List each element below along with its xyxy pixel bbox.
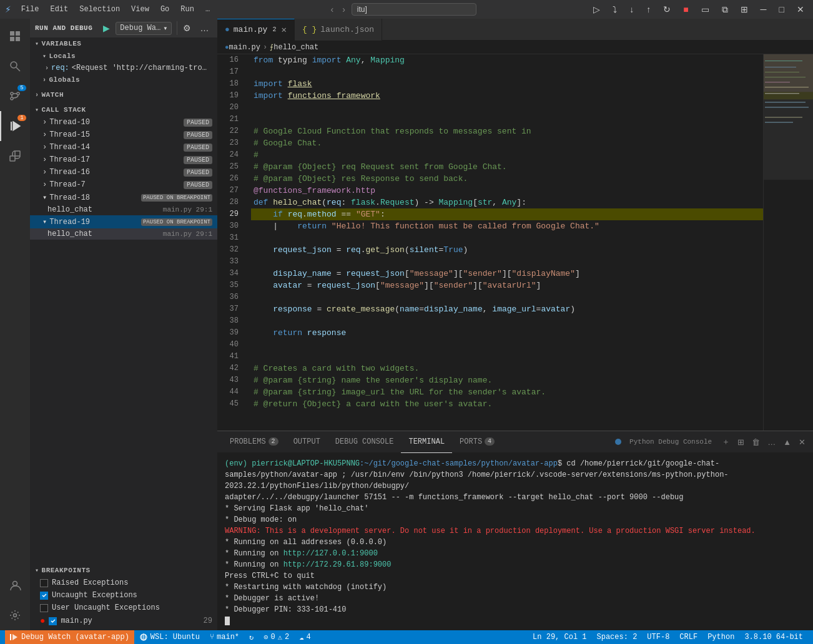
thread-17[interactable]: › Thread-17 PAUSED	[30, 154, 217, 166]
status-cloud[interactable]: ☁ 4	[294, 630, 315, 644]
menu-file[interactable]: File	[16, 4, 44, 15]
debug-stop-btn[interactable]: ■	[679, 3, 692, 16]
breakpoints-title[interactable]: ▾ BREAKPOINTS	[30, 564, 217, 577]
layout-btn3[interactable]: ⊞	[737, 3, 752, 16]
debug-continue-btn[interactable]: ▷	[589, 3, 604, 16]
status-errors[interactable]: ⊙ 0 ⚠ 2	[259, 630, 294, 644]
uncaught-exceptions-checkbox[interactable]	[40, 592, 48, 600]
debug-settings-btn[interactable]: ⚙	[180, 21, 194, 35]
code-line-29: ⮕ if req.method == "GET":	[251, 208, 763, 220]
add-terminal-btn[interactable]: ＋	[719, 435, 732, 449]
status-cursor[interactable]: Ln 29, Col 1	[528, 630, 591, 644]
watch-title[interactable]: › WATCH	[30, 89, 217, 101]
activity-explorer[interactable]	[0, 21, 30, 51]
activity-source-control[interactable]: 5	[0, 81, 30, 111]
tab-terminal[interactable]: TERMINAL	[401, 431, 452, 453]
debug-restart-btn[interactable]: ↻	[659, 3, 674, 16]
thread-16[interactable]: › Thread-16 PAUSED	[30, 166, 217, 178]
debug-status-text: Debug Watch (avatar-app)	[21, 633, 129, 642]
debug-status-item[interactable]: Debug Watch (avatar-app)	[5, 630, 134, 644]
activity-search[interactable]	[0, 51, 30, 81]
code-line-22: # Google Cloud Function that responds to…	[251, 125, 763, 137]
terminal-content[interactable]: (env) pierrick@LAPTOP-HKU5PNNG:~/git/goo…	[217, 453, 813, 630]
debug-step-over-btn[interactable]: ⤵	[609, 3, 621, 16]
maximize-panel-btn[interactable]: ▲	[781, 436, 794, 448]
activity-run-debug[interactable]: 1	[0, 111, 30, 141]
split-terminal-btn[interactable]: ⊞	[735, 436, 747, 448]
breakpoint-uncaught-exceptions[interactable]: Uncaught Exceptions	[30, 589, 217, 602]
menu-run[interactable]: Run	[175, 4, 199, 15]
menu-go[interactable]: Go	[155, 4, 174, 15]
breadcrumb-hello-chat[interactable]: hello_chat	[273, 43, 318, 52]
maximize-button[interactable]: □	[776, 3, 788, 16]
variables-title[interactable]: ▾ VARIABLES	[30, 37, 217, 50]
close-button[interactable]: ✕	[793, 3, 808, 16]
thread-15[interactable]: › Thread-15 PAUSED	[30, 129, 217, 141]
status-python-version[interactable]: 3.8.10 64-bit	[739, 630, 808, 644]
activity-accounts[interactable]	[0, 570, 30, 600]
thread-7[interactable]: › Thread-7 PAUSED	[30, 178, 217, 191]
terminal-line-debugger-active: * Debugger is active!	[225, 593, 806, 604]
close-panel-btn[interactable]: ✕	[796, 436, 808, 448]
tab-ports[interactable]: PORTS 4	[452, 431, 502, 453]
thread-10[interactable]: › Thread-10 PAUSED	[30, 116, 217, 129]
tab-problems[interactable]: PROBLEMS 2	[222, 431, 286, 453]
terminal-line-warning: WARNING: This is a development server. D…	[225, 525, 806, 537]
tab-output[interactable]: OUTPUT	[286, 431, 328, 453]
activity-extensions[interactable]	[0, 141, 30, 171]
menu-edit[interactable]: Edit	[45, 4, 73, 15]
layout-btn[interactable]: ▭	[697, 3, 713, 16]
status-language[interactable]: Python	[702, 630, 739, 644]
code-content[interactable]: from typing import Any, Mapping import f…	[249, 54, 763, 431]
tab-main-py[interactable]: ● main.py 2 ✕	[217, 19, 295, 41]
locals-title[interactable]: ▾ Locals	[30, 50, 217, 62]
tab-main-py-close[interactable]: ✕	[281, 24, 286, 35]
var-req[interactable]: › req: <Request 'http://charming-tro…	[30, 62, 217, 74]
status-branch[interactable]: ⑂ main*	[205, 630, 244, 644]
debug-config-dropdown[interactable]: Debug Wa… ▾	[116, 22, 172, 35]
thread-19-frame-name: hello_chat	[47, 230, 92, 238]
thread-19[interactable]: ▾ Thread-19 PAUSED ON BREAKPOINT	[30, 215, 217, 228]
debug-more-btn[interactable]: …	[197, 21, 212, 35]
breakpoint-main-py[interactable]: ● main.py 29	[30, 614, 217, 628]
tab-launch-json[interactable]: { } launch.json	[295, 19, 382, 41]
panel-more-btn[interactable]: …	[765, 436, 778, 448]
breadcrumb-main-py[interactable]: main.py	[229, 43, 260, 52]
thread-19-frame-hello-chat[interactable]: hello_chat main.py 29:1	[30, 228, 217, 240]
main-py-checkbox[interactable]	[49, 617, 57, 625]
status-spaces[interactable]: Spaces: 2	[592, 630, 643, 644]
terminal-line-pin: * Debugger PIN: 333-101-410	[225, 604, 806, 615]
activity-settings[interactable]	[0, 600, 30, 630]
svg-rect-14	[15, 151, 20, 156]
globals-title[interactable]: › Globals	[30, 74, 217, 86]
status-sync[interactable]: ↻	[244, 630, 259, 644]
code-line-30: | return "Hello! This function must be c…	[251, 220, 763, 232]
svg-point-6	[11, 92, 13, 95]
debug-start-btn[interactable]: ▶	[100, 21, 113, 35]
layout-btn2[interactable]: ⧉	[718, 3, 732, 16]
thread-18-frame-hello-chat[interactable]: hello_chat main.py 29:1	[30, 204, 217, 215]
status-eol[interactable]: CRLF	[674, 630, 702, 644]
thread-18[interactable]: ▾ Thread-18 PAUSED ON BREAKPOINT	[30, 191, 217, 204]
tab-debug-console[interactable]: DEBUG CONSOLE	[328, 431, 402, 453]
search-input[interactable]	[352, 3, 476, 16]
raised-exceptions-checkbox[interactable]	[40, 579, 48, 587]
menu-selection[interactable]: Selection	[74, 4, 125, 15]
call-stack-title[interactable]: ▾ CALL STACK	[30, 104, 217, 116]
menu-view[interactable]: View	[126, 4, 154, 15]
status-wsl[interactable]: WSL: Ubuntu	[134, 630, 205, 644]
kill-terminal-btn[interactable]: 🗑	[749, 436, 762, 448]
breakpoint-user-uncaught[interactable]: User Uncaught Exceptions	[30, 602, 217, 614]
thread-10-chevron: ›	[42, 118, 47, 127]
user-uncaught-checkbox[interactable]	[40, 604, 48, 612]
uncaught-exceptions-label: Uncaught Exceptions	[52, 591, 137, 600]
debug-step-out-btn[interactable]: ↑	[643, 3, 654, 16]
debug-step-into-btn[interactable]: ↓	[626, 3, 638, 16]
menu-more[interactable]: …	[200, 4, 215, 15]
breakpoint-raised-exceptions[interactable]: Raised Exceptions	[30, 577, 217, 589]
back-button[interactable]: ‹	[328, 3, 336, 16]
minimize-button[interactable]: ─	[757, 3, 771, 16]
thread-14[interactable]: › Thread-14 PAUSED	[30, 141, 217, 154]
forward-button[interactable]: ›	[340, 3, 348, 16]
status-encoding[interactable]: UTF-8	[642, 630, 674, 644]
